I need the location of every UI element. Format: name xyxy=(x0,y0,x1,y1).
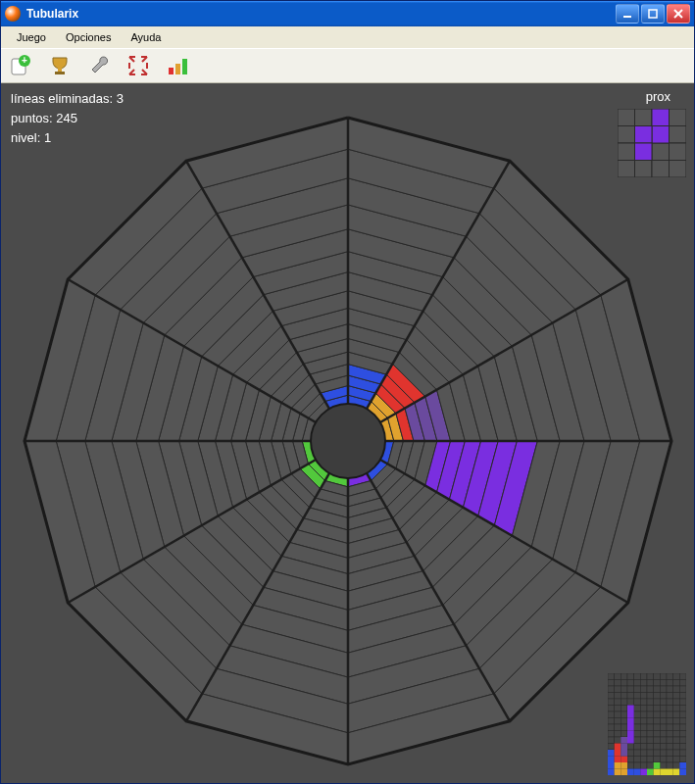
svg-rect-8 xyxy=(55,72,65,74)
svg-rect-113 xyxy=(647,706,654,712)
minimize-button[interactable] xyxy=(616,4,639,24)
svg-rect-173 xyxy=(647,737,654,744)
svg-rect-189 xyxy=(673,744,680,751)
toolbar: + xyxy=(1,48,694,83)
svg-rect-118 xyxy=(679,706,686,712)
svg-rect-141 xyxy=(673,718,680,725)
svg-rect-241 xyxy=(608,757,615,763)
lines-label: líneas eliminadas: xyxy=(11,91,113,106)
scores-button[interactable] xyxy=(46,52,74,79)
svg-rect-69 xyxy=(673,680,680,687)
next-label: prox xyxy=(646,89,670,104)
svg-rect-199 xyxy=(660,750,667,757)
svg-rect-172 xyxy=(640,737,647,744)
svg-rect-123 xyxy=(634,711,641,718)
svg-rect-95 xyxy=(608,699,615,706)
bar-chart-icon xyxy=(166,54,189,77)
svg-rect-96 xyxy=(615,699,621,706)
svg-rect-244 xyxy=(615,762,621,769)
svg-rect-78 xyxy=(654,686,661,693)
svg-rect-12 xyxy=(182,59,187,74)
svg-rect-223 xyxy=(660,762,667,769)
svg-rect-119 xyxy=(608,711,615,718)
fullscreen-button[interactable] xyxy=(124,52,152,79)
svg-rect-175 xyxy=(660,737,667,744)
svg-rect-206 xyxy=(627,757,634,763)
window-title: Tubularix xyxy=(26,7,616,21)
svg-rect-212 xyxy=(667,757,673,763)
menu-help[interactable]: Ayuda xyxy=(121,29,171,45)
svg-rect-259 xyxy=(627,711,634,718)
svg-rect-138 xyxy=(654,718,661,725)
close-button[interactable] xyxy=(667,4,690,24)
svg-rect-109 xyxy=(621,706,627,712)
svg-rect-197 xyxy=(647,750,654,757)
svg-rect-263 xyxy=(647,769,654,776)
svg-rect-70 xyxy=(679,680,686,687)
svg-rect-249 xyxy=(621,762,627,769)
maximize-button[interactable] xyxy=(641,4,665,24)
svg-rect-246 xyxy=(615,750,621,757)
svg-rect-171 xyxy=(634,737,641,744)
svg-rect-71 xyxy=(608,686,615,693)
svg-rect-81 xyxy=(673,686,680,693)
svg-rect-50 xyxy=(627,673,634,680)
svg-rect-121 xyxy=(621,711,627,718)
new-game-button[interactable]: + xyxy=(7,52,34,79)
svg-rect-93 xyxy=(673,693,680,700)
svg-rect-221 xyxy=(647,762,654,769)
svg-rect-130 xyxy=(679,711,686,718)
svg-rect-67 xyxy=(660,680,667,687)
svg-point-45 xyxy=(311,404,385,478)
game-board[interactable] xyxy=(15,108,681,774)
svg-rect-149 xyxy=(647,724,654,731)
svg-rect-261 xyxy=(634,769,641,776)
game-area: líneas eliminadas: 3 puntos: 245 nivel: … xyxy=(1,83,694,783)
svg-rect-106 xyxy=(679,699,686,706)
svg-rect-160 xyxy=(640,731,647,738)
svg-rect-214 xyxy=(679,757,686,763)
svg-rect-72 xyxy=(615,686,621,693)
app-window: Tubularix Juego Opciones Ayuda + xyxy=(0,0,695,784)
svg-rect-103 xyxy=(660,699,667,706)
svg-rect-140 xyxy=(667,718,673,725)
svg-rect-66 xyxy=(654,680,661,687)
svg-rect-107 xyxy=(608,706,615,712)
svg-rect-10 xyxy=(169,68,174,74)
svg-rect-196 xyxy=(640,750,647,757)
svg-rect-88 xyxy=(640,693,647,700)
menu-options[interactable]: Opciones xyxy=(56,29,121,45)
svg-rect-207 xyxy=(634,757,641,763)
svg-rect-84 xyxy=(615,693,621,700)
svg-rect-242 xyxy=(608,750,615,757)
svg-rect-100 xyxy=(640,699,647,706)
svg-rect-64 xyxy=(640,680,647,687)
svg-rect-143 xyxy=(608,724,615,731)
svg-rect-190 xyxy=(679,744,686,751)
svg-text:+: + xyxy=(22,55,27,66)
close-icon xyxy=(673,9,683,19)
svg-rect-148 xyxy=(640,724,647,731)
stats-button[interactable] xyxy=(164,52,191,79)
svg-rect-51 xyxy=(634,673,641,680)
svg-rect-265 xyxy=(654,762,661,769)
svg-rect-209 xyxy=(647,757,654,763)
menubar: Juego Opciones Ayuda xyxy=(1,26,694,48)
svg-rect-132 xyxy=(615,718,621,725)
svg-rect-104 xyxy=(667,699,673,706)
svg-rect-111 xyxy=(634,706,641,712)
svg-rect-133 xyxy=(621,718,627,725)
svg-rect-251 xyxy=(621,750,627,757)
svg-rect-202 xyxy=(679,750,686,757)
svg-rect-195 xyxy=(634,750,641,757)
svg-rect-58 xyxy=(679,673,686,680)
svg-rect-151 xyxy=(660,724,667,731)
svg-rect-176 xyxy=(667,737,673,744)
wrench-icon xyxy=(87,54,111,77)
settings-button[interactable] xyxy=(85,52,113,79)
svg-rect-74 xyxy=(627,686,634,693)
menu-game[interactable]: Juego xyxy=(7,29,56,45)
svg-rect-164 xyxy=(667,731,673,738)
svg-rect-254 xyxy=(627,769,634,776)
svg-rect-269 xyxy=(679,769,686,776)
